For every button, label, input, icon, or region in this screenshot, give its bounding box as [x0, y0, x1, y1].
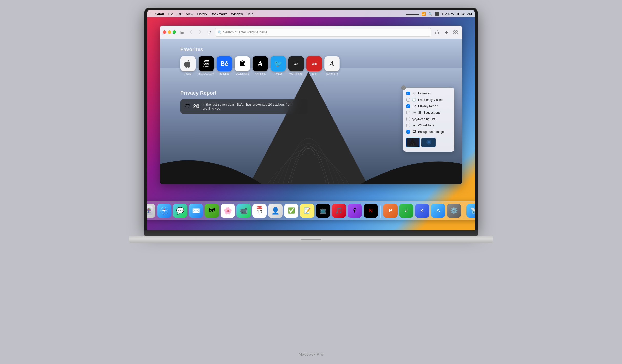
siri-suggestions-checkbox[interactable] [406, 111, 410, 114]
share-button[interactable] [433, 29, 441, 36]
dock-calendar[interactable]: NOV 10 [252, 204, 267, 218]
customize-favorites[interactable]: ✓ ☆ Favorites [403, 90, 454, 97]
apple-menu[interactable]:  [150, 12, 151, 16]
maximize-button[interactable] [173, 30, 176, 34]
customize-reading-list[interactable]: ◎◎ Reading List [403, 116, 454, 122]
back-button[interactable] [187, 29, 194, 36]
svg-point-24 [149, 208, 151, 210]
fav-behance[interactable]: Bē Behance [217, 56, 232, 75]
dock-news[interactable]: N [364, 204, 378, 218]
svg-point-30 [149, 211, 151, 213]
dock-safari[interactable] [157, 204, 171, 218]
frequently-visited-checkbox[interactable] [406, 98, 410, 102]
dock-keynote[interactable]: K [415, 204, 429, 218]
customize-siri-suggestions[interactable]: ◎ Siri Suggestions [403, 109, 454, 116]
fav-boooom[interactable]: BOOOOOOOM BOOOOOOM [198, 56, 214, 75]
fav-adventure[interactable]: A Adventure [324, 56, 340, 75]
sidebar-toggle-button[interactable] [178, 29, 185, 36]
dock-tv[interactable]: 📺 [316, 204, 330, 218]
menu-file[interactable]: File [168, 12, 173, 16]
close-button[interactable] [163, 30, 166, 34]
dock-separator-2 [464, 206, 464, 218]
customize-privacy-report[interactable]: ✓ 🛡 Privacy Report [403, 103, 454, 109]
safari-toolbar: 🛡 🔍 Search or enter website name [160, 26, 462, 39]
star-icon: ☆ [412, 91, 416, 95]
fav-archinect-label: Archinect [255, 72, 266, 75]
siri-icon: ◎ [412, 111, 416, 114]
svg-point-27 [149, 210, 151, 211]
wifi-icon: 📶 [422, 12, 426, 16]
svg-rect-0 [180, 31, 181, 34]
fav-apple[interactable]: Apple [180, 56, 196, 75]
safari-window: 🛡 🔍 Search or enter website name [160, 26, 462, 184]
customize-frequently-visited[interactable]: 🕐 Frequently Visited [403, 97, 454, 103]
fav-archinect[interactable]: A Archinect [253, 56, 268, 75]
dock-system-preferences[interactable]: ⚙️ [447, 204, 461, 218]
macbook-chin [144, 230, 478, 236]
shield-button[interactable]: 🛡 [206, 29, 213, 36]
reading-icon: ◎◎ [412, 117, 416, 121]
fav-twitter[interactable]: 🐦 Twitter [271, 56, 286, 75]
control-center-icon[interactable]: ⬛ [435, 12, 439, 16]
tab-overview-button[interactable] [452, 29, 459, 36]
privacy-message: In the last seven days, Safari has preve… [202, 103, 304, 110]
dock-numbers[interactable]: # [399, 204, 413, 218]
menu-window[interactable]: Window [231, 12, 243, 16]
privacy-count: 20 [193, 103, 199, 110]
fav-yelp-icon: yelp [306, 56, 322, 71]
dock-reminders[interactable]: ✅ [284, 204, 298, 218]
customize-icloud-tabs[interactable]: ☁ iCloud Tabs [403, 122, 454, 129]
privacy-report-checkbox[interactable]: ✓ [406, 104, 410, 108]
cloud-icon: ☁ [412, 123, 416, 127]
customize-background-image[interactable]: ✓ 🖼 Background Image [403, 129, 454, 135]
fav-twitter-label: Twitter [274, 72, 282, 75]
icloud-tabs-checkbox[interactable] [406, 124, 410, 127]
safari-content: Favorites Apple [160, 39, 462, 184]
privacy-shield-icon: 🛡 [184, 103, 190, 110]
menu-history[interactable]: History [197, 12, 207, 16]
panel-close-button[interactable]: ✕ [401, 85, 406, 90]
dock-airdrop[interactable]: 📡 [466, 204, 475, 218]
dock-facetime[interactable]: 📹 [236, 204, 251, 218]
menu-bookmarks[interactable]: Bookmarks [211, 12, 227, 16]
menu-view[interactable]: View [186, 12, 193, 16]
icloud-tabs-label: iCloud Tabs [418, 124, 434, 127]
frequently-visited-label: Frequently Visited [418, 98, 443, 102]
dock-pages[interactable]: P [383, 204, 398, 218]
reading-list-checkbox[interactable] [406, 117, 410, 121]
address-bar[interactable]: 🔍 Search or enter website name [215, 28, 431, 37]
dock-notes[interactable]: 📝 [300, 204, 314, 218]
fav-yelp[interactable]: yelp Yelp [306, 56, 322, 75]
minimize-button[interactable] [168, 30, 171, 34]
dock-photos[interactable]: 🌸 [221, 204, 235, 218]
fav-design-milk-icon: 🏛 [235, 56, 250, 71]
fav-wetransfer[interactable]: we WeTransfer [288, 56, 304, 75]
privacy-card[interactable]: 🛡 20 In the last seven days, Safari has … [180, 99, 308, 114]
menu-bar:  Safari File Edit View History Bookmark… [147, 10, 475, 17]
dock-music[interactable]: 🎵 [332, 204, 346, 218]
fav-archinect-icon: A [253, 56, 268, 71]
menu-help[interactable]: Help [246, 12, 253, 16]
dock-maps[interactable]: 🗺 [205, 204, 219, 218]
dock-messages[interactable]: 💬 [173, 204, 187, 218]
favorites-icons: Apple BOOOOOOOM BOOOOOOM Bē [180, 56, 340, 75]
bg-thumb-2[interactable] [421, 138, 436, 147]
dock-podcasts[interactable]: 🎙 [348, 204, 362, 218]
search-icon[interactable]: 🔍 [428, 12, 432, 16]
svg-point-13 [428, 141, 430, 143]
forward-button[interactable] [196, 29, 204, 36]
fav-behance-icon: Bē [217, 56, 232, 71]
dock-appstore[interactable]: A [431, 204, 445, 218]
fav-design-milk[interactable]: 🏛 Design Milk [235, 56, 250, 75]
app-name[interactable]: Safari [155, 12, 164, 16]
privacy-section: Privacy Report 🛡 20 In the last seven da… [180, 90, 308, 114]
dock-launchpad[interactable] [147, 204, 156, 218]
dock-contacts[interactable]: 👤 [268, 204, 283, 218]
bg-thumb-1[interactable] [406, 138, 420, 147]
background-image-checkbox[interactable]: ✓ [406, 130, 410, 134]
favorites-checkbox[interactable]: ✓ [406, 92, 410, 95]
svg-point-23 [148, 208, 149, 210]
menu-edit[interactable]: Edit [177, 12, 182, 16]
dock-mail[interactable]: ✉️ [189, 204, 203, 218]
new-tab-button[interactable] [443, 29, 450, 36]
